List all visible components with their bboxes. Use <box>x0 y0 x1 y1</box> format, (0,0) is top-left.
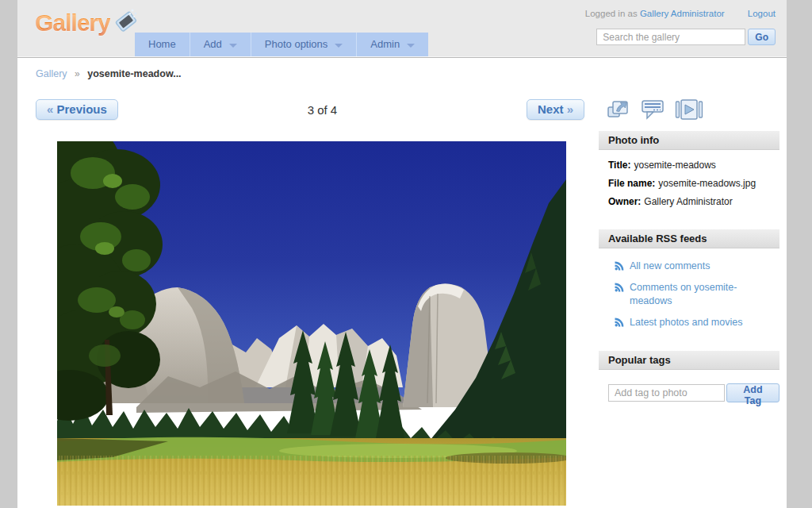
breadcrumb-gallery-link[interactable]: Gallery <box>36 68 67 79</box>
next-arrow-icon: » <box>567 102 573 116</box>
rss-link-item: Comments on yosemite-meadows <box>615 281 779 308</box>
rss-feed-icon <box>615 283 624 292</box>
photo-info-title-row: Title:yosemite-meadows <box>608 160 779 171</box>
slideshow-icon[interactable] <box>675 98 703 121</box>
gallery-logo[interactable]: Gallery <box>35 10 110 37</box>
pager-position-text: 3 of 4 <box>308 103 338 117</box>
photo-image <box>57 141 566 506</box>
logged-in-prefix: Logged in as <box>585 9 638 18</box>
rss-feeds-heading: Available RSS feeds <box>599 229 779 248</box>
photo-yosemite-meadows[interactable] <box>57 141 566 506</box>
chevron-down-icon <box>229 44 237 48</box>
previous-button[interactable]: « Previous <box>36 99 118 120</box>
next-button[interactable]: Next » <box>527 99 584 120</box>
popular-tags-heading: Popular tags <box>599 351 779 370</box>
page-container: Gallery Home Add Photo options Admin Log… <box>17 0 787 508</box>
login-status: Logged in as Gallery Administrator Logou… <box>585 9 776 18</box>
photo-info-owner-row: Owner:Gallery Administrator <box>608 196 779 207</box>
breadcrumb-current-item: yosemite-meadow... <box>87 68 181 79</box>
rss-feed-icon <box>615 318 624 327</box>
nav-item-admin[interactable]: Admin <box>357 33 428 56</box>
sidebar: Photo info Title:yosemite-meadows File n… <box>599 98 779 506</box>
rss-latest-photos-link[interactable]: Latest photos and movies <box>630 316 742 329</box>
nav-item-photo-options[interactable]: Photo options <box>251 33 358 56</box>
nav-item-home[interactable]: Home <box>135 33 190 56</box>
rss-feed-icon <box>615 261 624 271</box>
main-nav: Home Add Photo options Admin <box>135 33 428 56</box>
photo-column: « Previous 3 of 4 Next » <box>36 98 584 506</box>
rss-feeds-panel: Available RSS feeds All new comments <box>599 229 779 329</box>
add-tag-button[interactable]: Add Tag <box>726 383 779 402</box>
search-go-button[interactable]: Go <box>748 29 776 45</box>
logout-link[interactable]: Logout <box>748 9 776 18</box>
rss-link-item: All new comments <box>615 260 779 273</box>
photo-info-filename-row: File name:yosemite-meadows.jpg <box>608 178 779 189</box>
chevron-down-icon <box>335 44 343 48</box>
chevron-down-icon <box>407 44 415 48</box>
photo-info-panel: Photo info Title:yosemite-meadows File n… <box>599 131 779 207</box>
nav-item-add[interactable]: Add <box>190 33 251 56</box>
add-tag-input[interactable] <box>608 384 725 402</box>
previous-arrow-icon: « <box>47 102 53 116</box>
search-input[interactable] <box>596 29 745 45</box>
rss-comments-on-photo-link[interactable]: Comments on yosemite-meadows <box>630 281 760 308</box>
main-content: Gallery » yosemite-meadow... « Previous … <box>17 57 787 506</box>
popular-tags-panel: Popular tags Add Tag <box>599 351 779 402</box>
site-header: Gallery Home Add Photo options Admin Log… <box>17 0 787 57</box>
photo-action-icons <box>599 98 779 121</box>
view-full-size-icon[interactable] <box>607 98 630 121</box>
photo-info-heading: Photo info <box>599 131 779 150</box>
search-bar: Go <box>596 29 776 45</box>
user-profile-link[interactable]: Gallery Administrator <box>640 9 725 18</box>
photo-pager: « Previous 3 of 4 Next » <box>36 98 584 121</box>
logo-photo-sparkle-icon <box>111 6 140 35</box>
breadcrumb-separator: » <box>75 68 80 79</box>
comments-icon[interactable] <box>641 98 665 121</box>
breadcrumb: Gallery » yosemite-meadow... <box>36 68 787 79</box>
rss-all-new-comments-link[interactable]: All new comments <box>630 260 710 273</box>
rss-link-item: Latest photos and movies <box>615 316 779 329</box>
